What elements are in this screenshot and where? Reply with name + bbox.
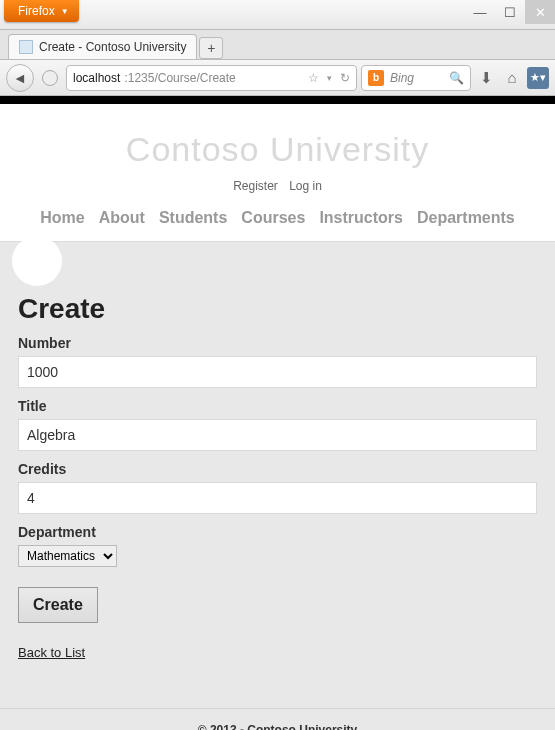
search-bar[interactable]: b Bing 🔍 [361,65,471,91]
reload-icon[interactable]: ↻ [340,71,350,85]
input-title[interactable] [18,419,537,451]
address-bar[interactable]: localhost:1235/Course/Create ☆ ▾ ↻ [66,65,357,91]
browser-toolbar: ◄ localhost:1235/Course/Create ☆ ▾ ↻ b B… [0,60,555,96]
label-title: Title [18,398,537,414]
top-accent-bar [0,96,555,104]
nav-instructors[interactable]: Instructors [319,209,403,227]
firefox-label: Firefox [18,4,55,18]
create-button[interactable]: Create [18,587,98,623]
input-number[interactable] [18,356,537,388]
input-credits[interactable] [18,482,537,514]
close-button[interactable]: ✕ [525,0,555,24]
browser-tab[interactable]: Create - Contoso University [8,34,197,59]
firefox-menu-button[interactable]: Firefox ▼ [4,0,79,22]
nav-shelf [0,241,555,275]
nav-courses[interactable]: Courses [241,209,305,227]
window-titlebar: Firefox ▼ — ☐ ✕ [0,0,555,30]
home-button[interactable]: ⌂ [501,67,523,89]
site-identity-icon[interactable] [42,70,58,86]
nav-home[interactable]: Home [40,209,84,227]
url-path: :1235/Course/Create [124,71,235,85]
url-host: localhost [73,71,120,85]
bookmark-star-icon[interactable]: ☆ [308,71,319,85]
dropdown-arrow-icon[interactable]: ▾ [327,73,332,83]
downloads-button[interactable]: ⬇ [475,67,497,89]
hero: Contoso University Register Log in Home … [0,104,555,241]
search-go-icon[interactable]: 🔍 [449,71,464,85]
content: Create Number Title Credits Department M… [0,275,555,680]
bing-icon: b [368,70,384,86]
footer: © 2013 - Contoso University [0,708,555,730]
nav-about[interactable]: About [99,209,145,227]
tab-strip: Create - Contoso University + [0,30,555,60]
nav-curve [12,236,62,286]
main-nav: Home About Students Courses Instructors … [10,209,545,227]
back-to-list-link[interactable]: Back to List [18,645,85,660]
urlbox-right: ☆ ▾ ↻ [308,71,350,85]
back-button[interactable]: ◄ [6,64,34,92]
site-title: Contoso University [10,130,545,169]
register-link[interactable]: Register [233,179,278,193]
maximize-button[interactable]: ☐ [495,0,525,24]
minimize-button[interactable]: — [465,0,495,24]
label-department: Department [18,524,537,540]
nav-departments[interactable]: Departments [417,209,515,227]
window-controls: — ☐ ✕ [465,0,555,24]
page-favicon [19,40,33,54]
dropdown-icon: ▼ [61,7,69,16]
nav-students[interactable]: Students [159,209,227,227]
select-department[interactable]: Mathematics [18,545,117,567]
new-tab-button[interactable]: + [199,37,223,59]
search-placeholder: Bing [390,71,414,85]
label-number: Number [18,335,537,351]
page-heading: Create [18,293,537,325]
tab-title: Create - Contoso University [39,40,186,54]
label-credits: Credits [18,461,537,477]
login-link[interactable]: Log in [289,179,322,193]
auth-links: Register Log in [10,179,545,193]
bookmarks-menu-button[interactable]: ★▾ [527,67,549,89]
page-body: Contoso University Register Log in Home … [0,96,555,730]
